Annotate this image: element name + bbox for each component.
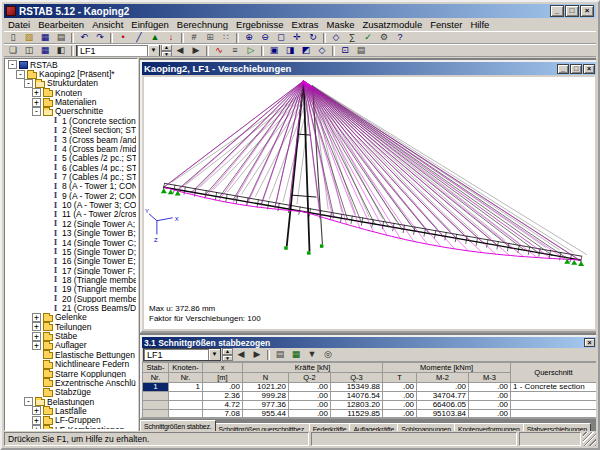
tree-item-15-single-tower-d-cc[interactable]: I15 (Single Tower D; CC... — [6, 247, 136, 256]
graphics-minimize-button[interactable]: _ — [557, 64, 569, 74]
main-zoom-window-button[interactable]: ◻ — [273, 32, 289, 44]
table-row[interactable]: 4.72977.36.0012803.20.0066406.05.00 — [143, 401, 597, 410]
maximize-button[interactable]: □ — [565, 5, 579, 17]
tree-item-gelenke[interactable]: +Gelenke — [6, 313, 136, 322]
tree-item-2-steel-section-steel[interactable]: I2 (Steel section; STEEL... — [6, 126, 136, 135]
tree-item-stäbe[interactable]: +Stäbe — [6, 331, 136, 340]
main-save-button[interactable]: ▦ — [37, 32, 53, 44]
tree-item-13-single-tower-b-cc[interactable]: I13 (Single Tower B; CC... — [6, 228, 136, 237]
table-cell[interactable]: .00 — [289, 383, 331, 392]
table-cell[interactable] — [143, 392, 169, 401]
main-help-button[interactable]: ? — [392, 32, 408, 44]
main-modules-button[interactable]: ⚙ — [376, 32, 392, 44]
table-cell[interactable] — [169, 392, 203, 401]
main-zoom-out-button[interactable]: ⊖ — [257, 32, 273, 44]
tree-expander-icon[interactable]: + — [32, 332, 41, 341]
table-cell[interactable]: .00 — [469, 401, 511, 410]
menu-einfügen[interactable]: Einfügen — [127, 18, 173, 31]
tab-schnittgrößen-querschnittbez[interactable]: Schnittgrößen querschnittbez. — [215, 423, 310, 431]
resize-grip[interactable] — [583, 432, 596, 446]
graphics-close-button[interactable]: × — [583, 64, 595, 74]
table-cell[interactable]: 4.72 — [203, 401, 243, 410]
tree-expander-icon[interactable]: - — [16, 70, 25, 79]
tree-expander-icon[interactable]: + — [32, 98, 41, 107]
tree-item-lastfälle[interactable]: +Lastfälle — [6, 406, 136, 415]
tree-expander-icon[interactable]: + — [32, 425, 41, 429]
chevron-down-icon[interactable]: ▼ — [147, 45, 159, 56]
table-cell[interactable]: 14076.54 — [331, 392, 383, 401]
table-cell[interactable]: .00 — [469, 410, 511, 418]
table-cell[interactable]: 1 - Concrete section — [511, 383, 596, 392]
model-view[interactable]: XYZ Max u: 372.86 mm Faktor für Verschie… — [144, 77, 595, 329]
tree-item-21-cross-beams-dyna[interactable]: I21 (Cross Beams/Dyna... — [6, 303, 136, 312]
main-grid-button[interactable]: ⊞ — [202, 32, 218, 44]
view-perspective-button[interactable]: ◇ — [314, 45, 330, 57]
tree-item-20-support-member-a[interactable]: I20 (Support member/A... — [6, 294, 136, 303]
tab-sohlspannungen[interactable]: Sohlspannungen — [397, 423, 455, 431]
table-cell[interactable] — [169, 410, 203, 418]
tree-item-materialien[interactable]: +Materialien — [6, 97, 136, 106]
table-cell[interactable] — [143, 410, 169, 418]
table-cell[interactable] — [511, 392, 596, 401]
tab-auflagerkräfte[interactable]: Auflagerkräfte — [349, 423, 398, 431]
table-cell[interactable]: .00 — [203, 383, 243, 392]
table-cell[interactable]: .00 — [289, 401, 331, 410]
tree-item-querschnitte[interactable]: -Querschnitte — [6, 107, 136, 116]
menu-bearbeiten[interactable]: Bearbeiten — [34, 18, 88, 31]
menu-zusatzmodule[interactable]: Zusatzmodule — [359, 18, 427, 31]
view-new-window-button[interactable]: ❏ — [5, 45, 21, 57]
main-new-button[interactable]: ▯ — [5, 32, 21, 44]
table-next-member-button[interactable]: ▶ — [249, 349, 265, 361]
tree-expander-icon[interactable]: + — [32, 416, 41, 425]
tree-item-12-single-tower-a-cc[interactable]: I12 (Single Tower A; CC... — [6, 219, 136, 228]
tree-item-6-cables-4-pc-steel[interactable]: I6 (Cables /4 pc.; STEEL... — [6, 163, 136, 172]
tree-item-rstab[interactable]: -RSTAB — [6, 60, 136, 69]
view-next-case-button[interactable]: ▶ — [188, 45, 204, 57]
tree-item-nichtlineare-federn[interactable]: Nichtlineare Federn — [6, 360, 136, 369]
main-new-member-button[interactable]: ╱ — [131, 32, 147, 44]
load-case-select[interactable]: LF1 ▼ — [76, 44, 160, 57]
results-panel-close-button[interactable]: × — [584, 338, 595, 347]
table-cell[interactable]: 34704.77 — [417, 392, 469, 401]
spin-down-button[interactable]: ▼ — [222, 355, 233, 362]
tree-item-auflager[interactable]: +Auflager — [6, 341, 136, 350]
tree-expander-icon[interactable]: + — [32, 322, 41, 331]
main-new-node-button[interactable]: • — [115, 32, 131, 44]
tree-item-4-cross-beam-middle[interactable]: I4 (Cross beam /middle... — [6, 144, 136, 153]
table-print-table-button[interactable]: ▤ — [272, 349, 288, 361]
table-previous-member-button[interactable]: ◀ — [233, 349, 249, 361]
results-panel-title-bar[interactable]: 3.1 Schnittgrößen stabbezogen × — [142, 337, 596, 348]
table-cell[interactable]: .00 — [383, 410, 417, 418]
menu-maske[interactable]: Maske — [323, 18, 359, 31]
table-filter-rows-button[interactable]: ▼ — [304, 349, 320, 361]
table-cell[interactable]: .00 — [469, 392, 511, 401]
table-cell[interactable]: .00 — [383, 401, 417, 410]
view-view-xy-button[interactable]: ▣ — [266, 45, 282, 57]
minimize-button[interactable]: _ — [550, 5, 564, 17]
tree-item-lf-gruppen[interactable]: +LF-Gruppen — [6, 416, 136, 425]
tree-item-knoten[interactable]: +Knoten — [6, 88, 136, 97]
main-calculate-button[interactable]: ∑ — [344, 32, 360, 44]
title-bar[interactable]: RSTAB 5.12 - Kaoping2 _ □ × — [4, 4, 596, 18]
menu-berechnung[interactable]: Berechnung — [173, 18, 232, 31]
table-row[interactable]: 2.36999.28.0014076.54.0034704.77.00 — [143, 392, 597, 401]
view-view-xz-button[interactable]: ◨ — [282, 45, 298, 57]
table-cell[interactable]: 2.36 — [203, 392, 243, 401]
table-cell[interactable]: 1 — [169, 383, 203, 392]
close-button[interactable]: × — [580, 5, 594, 17]
table-export-table-button[interactable]: ▦ — [288, 349, 304, 361]
view-animation-button[interactable]: ▷ — [243, 45, 259, 57]
table-cell[interactable]: 977.36 — [243, 401, 289, 410]
tab-federkräfte[interactable]: Federkräfte — [309, 423, 351, 431]
table-cell[interactable]: .00 — [383, 392, 417, 401]
graphics-title-bar[interactable]: Kaoping2, LF1 - Verschiebungen _ □ × — [142, 62, 596, 75]
tree-item-7-cables-4-pc-steel[interactable]: I7 (Cables /4 pc.; STEEL... — [6, 172, 136, 181]
tree-item-19-triangle-member-2[interactable]: I19 (Triangle member 2... — [6, 285, 136, 294]
main-rotate-view-button[interactable]: ↻ — [305, 32, 321, 44]
results-load-case-select[interactable]: LF1 ▼ — [143, 348, 221, 361]
main-view-isometric-button[interactable]: ◇ — [328, 32, 344, 44]
tree-item-8-a-tower-1-concf[interactable]: I8 (A - Tower 1; CONCF... — [6, 182, 136, 191]
tree-item-kaoping2-präsent[interactable]: -Kaoping2 [Präsent]* — [6, 69, 136, 78]
tree-expander-icon[interactable]: - — [8, 60, 17, 69]
tree-expander-icon[interactable]: + — [32, 88, 41, 97]
